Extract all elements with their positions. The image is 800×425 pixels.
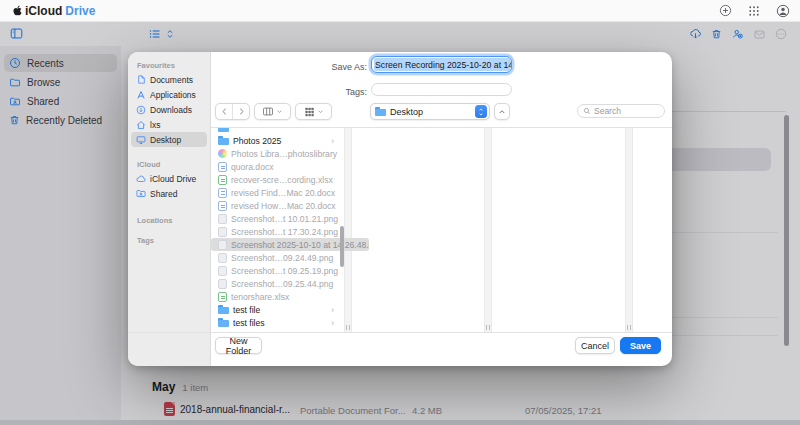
file-list: Photos 2025›Photos Libra…photoslibraryqu… [211,128,344,332]
search-icon [583,107,591,115]
image-file-icon [218,214,227,224]
tags-field[interactable] [371,83,512,96]
xlsx-file-icon [218,292,227,302]
image-file-icon [218,279,227,289]
file-row-test-files[interactable]: test files› [211,316,338,329]
column-resize-3[interactable] [625,128,633,332]
brand-name: iCloud [25,4,62,18]
dialog-sidebar-item-downloads[interactable]: Downloads [131,102,207,117]
cloud-icon [136,174,146,184]
columns-view-icon [262,106,274,117]
appA-icon [136,90,146,100]
dialog-sidebar-item-documents[interactable]: Documents [131,72,207,87]
save-button[interactable]: Save [620,337,661,354]
image-file-icon [218,266,227,276]
new-folder-button[interactable]: New Folder [215,337,262,354]
file-row-screenshot-t-17-30-24-png[interactable]: Screenshot…t 17.30.24.png [211,225,338,238]
search-input[interactable] [594,106,659,116]
file-row-tenorshare-xlsx[interactable]: tenorshare.xlsx [211,290,338,303]
image-file-icon [218,227,227,237]
save-as-label: Save As: [307,62,367,72]
account-button[interactable] [776,4,790,18]
file-row-revised-find-mac-20-docx[interactable]: revised Find…Mac 20.docx [211,186,338,199]
dialog-sidebar: FavouritesDocumentsApplicationsDownloads… [128,52,211,366]
home-icon [136,120,146,130]
sharedfolder-icon [136,188,146,199]
sidebar-section-icloud: iCloud [128,157,210,171]
resize-handle-icon [346,325,350,330]
chevron-down-icon [276,108,283,115]
image-file-icon [218,240,227,250]
docx-file-icon [218,188,227,198]
apple-icon [13,5,22,16]
folder-icon [218,305,229,314]
dialog-sidebar-item-icloud-drive[interactable]: iCloud Drive [131,171,207,186]
columns-view-button[interactable] [254,103,291,120]
file-row-screenshot-09-25-44-png[interactable]: Screenshot…09.25.44.png [211,277,338,290]
file-row-screenshot-t-09-25-19-png[interactable]: Screenshot…t 09.25.19.png [211,264,338,277]
chevron-right-icon: › [331,305,334,315]
chevron-down-icon [317,108,324,115]
file-rows: Photos 2025›Photos Libra…photoslibraryqu… [211,134,344,329]
cancel-button[interactable]: Cancel [575,337,615,354]
resize-handle-icon [627,325,631,330]
product-name: Drive [65,4,95,18]
grid-view-icon [304,106,315,117]
file-row-screenshot-2025-10-10-at-14-26-48-png[interactable]: Screenshot 2025-10-10 at 14.26.48.png [211,238,369,251]
dialog-sidebar-item-shared[interactable]: Shared [131,186,207,201]
location-value: Desktop [390,107,475,117]
folder-icon [218,128,229,132]
docx-file-icon [218,201,227,211]
location-select[interactable]: Desktop [370,103,490,120]
desktop-icon [136,135,146,145]
add-button[interactable] [719,4,732,17]
file-row-photos-2025[interactable]: Photos 2025› [211,134,338,147]
image-file-icon [218,253,227,263]
file-row-photos-libra-photoslibrary[interactable]: Photos Libra…photoslibrary [211,147,338,160]
file-row-test-file[interactable]: test file› [211,303,338,316]
column-resize-2[interactable] [484,128,492,332]
sidebar-section-tags: Tags [128,233,210,247]
resize-handle-icon [486,325,490,330]
file-row-recover-scre-cording-xlsx[interactable]: recover-scre…cording.xlsx [211,173,338,186]
file-row-revised-how-mac-20-docx[interactable]: revised How…Mac 20.docx [211,199,338,212]
folder-icon [218,318,229,327]
app-header: iCloud Drive [0,0,800,22]
apps-grid-button[interactable] [748,5,760,17]
dialog-sidebar-item-desktop[interactable]: Desktop [131,132,207,147]
nav-group [215,103,250,120]
photos-file-icon [218,149,227,158]
save-dialog: FavouritesDocumentsApplicationsDownloads… [128,52,672,366]
chevron-right-icon: › [331,136,334,146]
xlsx-file-icon [218,175,227,185]
column-resize-1[interactable] [344,128,352,332]
dialog-sidebar-item-applications[interactable]: Applications [131,87,207,102]
save-as-value: Screen Recording 2025-10-20 at 14 [374,58,512,71]
select-arrows-icon [475,105,487,118]
app-title: iCloud Drive [13,4,95,18]
chevron-right-icon: › [331,318,334,328]
collapse-button[interactable] [494,103,510,120]
file-list-scrollbar[interactable] [340,226,344,267]
file-row-screenshot-t-10-01-21-png[interactable]: Screenshot…t 10.01.21.png [211,212,338,225]
downloads-icon [136,105,146,115]
tags-label: Tags: [307,87,367,97]
forward-button[interactable] [232,104,249,119]
folder-icon [218,136,229,145]
footer-divider [128,332,672,333]
sidebar-section-favourites: Favourites [128,58,210,72]
dialog-sidebar-item-lxs[interactable]: lxs [131,117,207,132]
docx-file-icon [218,162,227,172]
file-row-screenshot-09-24-49-png[interactable]: Screenshot…09.24.49.png [211,251,338,264]
search-field[interactable] [577,104,665,118]
dialog-sidebar-list: FavouritesDocumentsApplicationsDownloads… [128,58,210,247]
doc-icon [136,74,146,85]
save-as-field[interactable]: Screen Recording 2025-10-20 at 14 [371,56,512,73]
grid-view-button[interactable] [295,103,332,120]
sidebar-section-locations: Locations [128,213,210,227]
back-button[interactable] [216,104,232,119]
folder-icon [375,107,386,116]
file-row-quora-docx[interactable]: quora.docx [211,160,338,173]
